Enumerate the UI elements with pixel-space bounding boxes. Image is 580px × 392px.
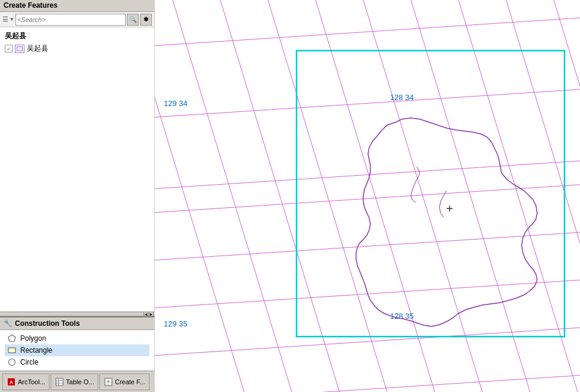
table-label: Table O... [66,378,94,385]
layer-icon [15,45,24,53]
svg-text:A: A [10,379,13,385]
list-icon: ☰ [2,15,8,23]
svg-rect-11 [155,0,580,392]
svg-text:129  35: 129 35 [164,319,188,328]
circle-icon [7,357,17,367]
polygon-icon [7,334,17,343]
svg-text:128  35: 128 35 [390,312,414,321]
svg-rect-1 [8,348,15,353]
layer-group-title: 吴起县 [2,30,152,42]
map-canvas: 129 34 128 34 128 35 129 35 [155,0,580,392]
svg-point-2 [9,359,15,366]
taskbar: A ArcTool... Table O... [0,371,155,392]
tool-list: Polygon Rectangle [0,330,154,371]
layer-list: 吴起县 ✓ 吴起县 [0,27,154,312]
search-button[interactable]: 🔍 [127,14,139,26]
construction-tools-title: 🔧 Construction Tools [0,318,154,330]
table-icon [55,377,64,387]
layer-panel: Create Features ☰ ▼ 🔍 ✱ 吴起县 ✓ [0,0,155,312]
construction-tools-icon: 🔧 [4,319,13,328]
arctool-icon: A [7,377,16,387]
map-area[interactable]: 129 34 128 34 128 35 129 35 [155,0,580,392]
search-input[interactable] [17,16,124,23]
svg-text:+: + [107,379,110,385]
tool-rectangle[interactable]: Rectangle [5,344,149,356]
arctool-label: ArcTool... [18,378,45,385]
arctool-button[interactable]: A ArcTool... [2,374,49,390]
svg-rect-5 [56,378,63,385]
create-icon: + [104,377,113,387]
rectangle-icon [7,346,17,355]
options-button[interactable]: ✱ [140,14,152,26]
left-panel: Create Features ☰ ▼ 🔍 ✱ 吴起县 ✓ [0,0,155,392]
panel-splitter[interactable]: ◄ ► [0,312,155,316]
layer-checkbox[interactable]: ✓ [5,45,13,52]
create-label: Create F... [115,378,145,385]
layer-label: 吴起县 [27,43,48,54]
create-button[interactable]: + Create F... [99,374,149,390]
tool-polygon[interactable]: Polygon [5,332,149,344]
tool-circle[interactable]: Circle [5,356,149,368]
svg-text:128  34: 128 34 [390,93,414,102]
dropdown-arrow[interactable]: ▼ [10,17,14,22]
svg-marker-0 [8,335,15,341]
search-bar: ☰ ▼ 🔍 ✱ [0,12,154,27]
layer-item[interactable]: ✓ 吴起县 [2,42,152,55]
polygon-label: Polygon [20,334,46,343]
table-button[interactable]: Table O... [51,374,98,390]
rectangle-label: Rectangle [20,346,52,354]
search-input-wrapper[interactable] [15,14,126,26]
splitter-btn-left[interactable]: ◄ [144,312,148,316]
options-icon: ✱ [144,16,148,23]
svg-text:129  34: 129 34 [164,99,188,108]
search-icon: 🔍 [129,16,136,23]
circle-label: Circle [20,358,39,366]
sidebar-title: Create Features [0,0,154,12]
construction-tools-panel: 🔧 Construction Tools Polygon [0,316,155,371]
splitter-btn-right[interactable]: ► [149,312,154,316]
